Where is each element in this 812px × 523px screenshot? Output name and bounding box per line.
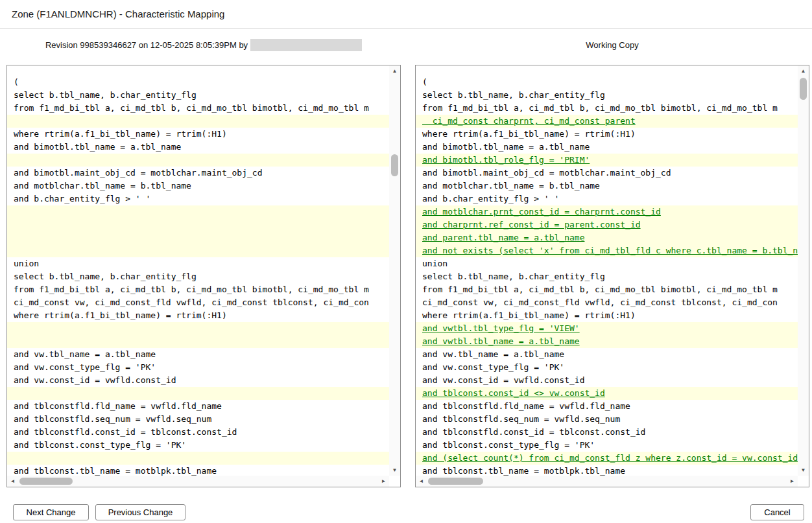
code-line (7, 154, 389, 167)
code-line (7, 231, 389, 244)
code-line: from f1_md_bi_tbl a, ci_md_tbl b, ci_md_… (7, 283, 389, 296)
code-line: and tblconst.tbl_name = motblpk.tbl_name (7, 465, 389, 476)
code-line: and motblchar.prnt_const_id = charprnt.c… (416, 205, 798, 218)
code-line: and not exists (select 'x' from ci_md_tb… (416, 244, 798, 257)
code-line: ( (7, 76, 389, 89)
scroll-right-arrow-icon[interactable]: ► (378, 476, 389, 487)
diff-panel-working-copy: (select b.tbl_name, b.char_entity_flgfro… (415, 65, 809, 487)
code-line: and bimotbl.maint_obj_cd = motblchar.mai… (416, 167, 798, 180)
code-line: and bimotbl.tbl_role_flg = 'PRIM' (416, 154, 798, 167)
code-line: ( (416, 76, 798, 89)
code-line: and vw.tbl_name = a.tbl_name (7, 348, 389, 361)
code-line: and bimotbl.tbl_name = a.tbl_name (416, 141, 798, 154)
code-line: and vw.tbl_name = a.tbl_name (416, 348, 798, 361)
code-line: and tblconstfld.fld_name = vwfld.fld_nam… (416, 400, 798, 413)
code-line: and vw.const_id = vwfld.const_id (416, 374, 798, 387)
code-line (7, 218, 389, 231)
working-copy-label: Working Copy (586, 40, 638, 50)
code-line: and charprnt.ref_const_id = parent.const… (416, 218, 798, 231)
horizontal-scroll-thumb[interactable] (428, 478, 483, 485)
code-line: and motblchar.tbl_name = b.tbl_name (416, 180, 798, 192)
code-line: and tblconst.tbl_name = motblpk.tbl_name (416, 465, 798, 476)
revision-label: Revision 998539346627 on 12-05-2025 8:05… (45, 40, 248, 50)
code-line: and vw.const_type_flg = 'PK' (7, 361, 389, 374)
scroll-right-arrow-icon[interactable]: ► (787, 476, 798, 487)
code-line: and b.char_entity_flg > ' ' (416, 192, 798, 205)
code-line: union (7, 257, 389, 270)
code-line: and tblconst.const_type_flg = 'PK' (416, 439, 798, 452)
scroll-up-arrow-icon[interactable]: ▲ (389, 65, 400, 76)
code-line: and tblconstfld.const_id = tblconst.cons… (416, 426, 798, 439)
scroll-left-arrow-icon[interactable]: ◄ (416, 476, 427, 487)
code-line: where rtrim(a.f1_bi_tbl_name) = rtrim(:H… (416, 128, 798, 141)
vertical-scroll-thumb[interactable] (800, 78, 807, 100)
code-line (7, 115, 389, 128)
code-line: where rtrim(a.f1_bi_tbl_name) = rtrim(:H… (7, 128, 389, 141)
scroll-up-arrow-icon[interactable]: ▲ (798, 65, 809, 76)
code-line (7, 335, 389, 348)
titlebar: Zone (F1ANLDMNCHR) - Characteristic Mapp… (0, 0, 812, 29)
scroll-down-arrow-icon[interactable]: ▼ (798, 465, 809, 476)
code-line (7, 387, 389, 400)
code-line: and vwtbl.tbl_name = a.tbl_name (416, 335, 798, 348)
code-line: and b.char_entity_flg > ' ' (7, 192, 389, 205)
code-line: from f1_md_bi_tbl a, ci_md_tbl b, ci_md_… (416, 283, 798, 296)
scroll-down-arrow-icon[interactable]: ▼ (389, 465, 400, 476)
redacted-username (250, 39, 362, 51)
code-line: and tblconstfld.seq_num = vwfld.seq_num (416, 413, 798, 426)
working-copy-horizontal-scrollbar[interactable]: ◄ ► (416, 476, 798, 487)
code-line: ci_md_const vw, ci_md_const_fld vwfld, c… (416, 296, 798, 309)
vertical-scroll-thumb[interactable] (391, 154, 398, 176)
code-line: and tblconstfld.const_id = tblconst.cons… (7, 426, 389, 439)
page-title: Zone (F1ANLDMNCHR) - Characteristic Mapp… (12, 8, 224, 19)
revision-horizontal-scrollbar[interactable]: ◄ ► (7, 476, 389, 487)
code-line: select b.tbl_name, b.char_entity_flg (416, 270, 798, 283)
code-line (7, 452, 389, 465)
code-line: and tblconst.const_type_flg = 'PK' (7, 439, 389, 452)
code-line: union (416, 257, 798, 270)
code-line: and vwtbl.tbl_type_flg = 'VIEW' (416, 322, 798, 335)
revision-code-area[interactable]: (select b.tbl_name, b.char_entity_flgfro… (7, 65, 389, 476)
working-copy-code-area[interactable]: (select b.tbl_name, b.char_entity_flgfro… (416, 65, 798, 476)
code-line: and tblconstfld.seq_num = vwfld.seq_num (7, 413, 389, 426)
code-line: ci_md_const charprnt, ci_md_const parent (416, 115, 798, 128)
code-line: and tblconstfld.fld_name = vwfld.fld_nam… (7, 400, 389, 413)
horizontal-scroll-thumb[interactable] (19, 478, 73, 485)
code-line (7, 205, 389, 218)
revision-vertical-scrollbar[interactable]: ▲ ▼ (389, 65, 400, 476)
code-line: select b.tbl_name, b.char_entity_flg (416, 89, 798, 102)
code-line: ci_md_const vw, ci_md_const_fld vwfld, c… (7, 296, 389, 309)
code-line: select b.tbl_name, b.char_entity_flg (7, 89, 389, 102)
next-change-button[interactable]: Next Change (13, 504, 89, 520)
code-line: and vw.const_id = vwfld.const_id (7, 374, 389, 387)
code-line: from f1_md_bi_tbl a, ci_md_tbl b, ci_md_… (416, 102, 798, 115)
code-line: and bimotbl.tbl_name = a.tbl_name (7, 141, 389, 154)
code-line (7, 244, 389, 257)
diff-panel-revision: (select b.tbl_name, b.char_entity_flgfro… (6, 65, 401, 487)
previous-change-button[interactable]: Previous Change (95, 504, 185, 520)
code-line: and bimotbl.maint_obj_cd = motblchar.mai… (7, 167, 389, 180)
code-line (7, 322, 389, 335)
cancel-button[interactable]: Cancel (750, 504, 804, 520)
working-copy-vertical-scrollbar[interactable]: ▲ ▼ (798, 65, 809, 476)
code-line: and vw.const_type_flg = 'PK' (416, 361, 798, 374)
code-line: and motblchar.tbl_name = b.tbl_name (7, 180, 389, 192)
code-line: and tblconst.const_id <> vw.const_id (416, 387, 798, 400)
code-line: where rtrim(a.f1_bi_tbl_name) = rtrim(:H… (416, 309, 798, 322)
revision-header: Revision 998539346627 on 12-05-2025 8:05… (6, 38, 401, 52)
working-copy-header: Working Copy (415, 38, 809, 52)
code-line: select b.tbl_name, b.char_entity_flg (7, 270, 389, 283)
code-line: where rtrim(a.f1_bi_tbl_name) = rtrim(:H… (7, 309, 389, 322)
code-line: from f1_md_bi_tbl a, ci_md_tbl b, ci_md_… (7, 102, 389, 115)
code-line: and parent.tbl_name = a.tbl_name (416, 231, 798, 244)
code-line: and (select count(*) from ci_md_const_fl… (416, 452, 798, 465)
scroll-left-arrow-icon[interactable]: ◄ (7, 476, 18, 487)
